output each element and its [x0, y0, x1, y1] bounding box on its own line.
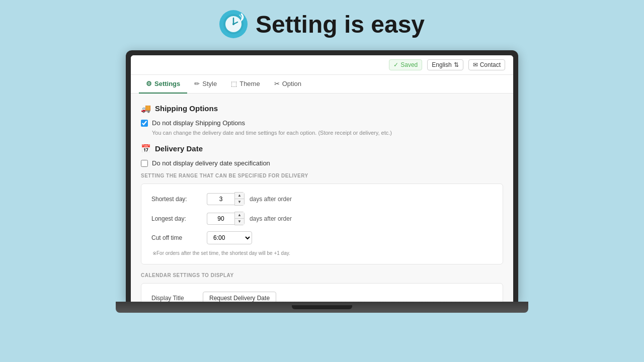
longest-day-row: Longest day: ▲ ▼ days after order: [151, 212, 493, 225]
app-ui: ✓ Saved English ⇅ ✉ Contact ⚙: [131, 55, 513, 302]
tabs-nav: ⚙ Settings ✏ Style ⬚ Theme ✂ Option: [131, 75, 513, 94]
shortest-day-suffix: days after order: [250, 196, 292, 203]
laptop-screen: ✓ Saved English ⇅ ✉ Contact ⚙: [126, 50, 518, 302]
longest-day-spinner: ▲ ▼: [234, 212, 245, 225]
shortest-day-label: Shortest day:: [151, 196, 202, 203]
tab-option-label: Option: [282, 80, 301, 87]
delivery-settings-card: Shortest day: ▲ ▼ days after order: [141, 184, 503, 264]
longest-day-input-wrap: ▲ ▼: [207, 212, 245, 225]
delivery-checkbox-row: Do not display delivery date specificati…: [141, 159, 503, 167]
option-icon: ✂: [274, 80, 280, 87]
calendar-section-label: CALENDAR SETTINGS TO DISPLAY: [141, 273, 503, 278]
longest-day-label: Longest day:: [151, 215, 202, 222]
envelope-icon: ✉: [473, 61, 478, 68]
tab-theme-label: Theme: [239, 80, 260, 87]
saved-label: Saved: [400, 61, 418, 68]
laptop-hinge: [292, 305, 352, 309]
shipping-header: 🚚 Shipping Options: [141, 104, 503, 113]
content-area: 🚚 Shipping Options Do not display Shippi…: [131, 94, 513, 302]
tab-theme[interactable]: ⬚ Theme: [224, 75, 267, 94]
theme-icon: ⬚: [231, 80, 237, 87]
shipping-section: 🚚 Shipping Options Do not display Shippi…: [141, 104, 503, 136]
tab-settings-label: Settings: [154, 80, 180, 87]
delivery-date-section: 📅 Delivery Date Do not display delivery …: [141, 144, 503, 264]
delivery-title: Delivery Date: [155, 144, 203, 153]
calendar-icon: 📅: [141, 144, 151, 153]
app-screen: ✓ Saved English ⇅ ✉ Contact ⚙: [131, 55, 513, 302]
delivery-date-checkbox[interactable]: [141, 160, 148, 167]
shipping-checkbox-row: Do not display Shipping Options: [141, 119, 503, 127]
shipping-checkbox[interactable]: [141, 120, 148, 127]
longest-day-input[interactable]: [207, 213, 234, 225]
range-label: SETTING THE RANGE THAT CAN BE SPECIFIED …: [141, 173, 503, 178]
laptop-container: ✓ Saved English ⇅ ✉ Contact ⚙: [126, 50, 518, 313]
shortest-day-up-btn[interactable]: ▲: [235, 193, 244, 199]
hero-title: Setting is easy: [256, 11, 425, 38]
language-selector[interactable]: English ⇅: [427, 59, 463, 70]
longest-day-up-btn[interactable]: ▲: [235, 212, 244, 219]
tab-style-label: Style: [202, 80, 217, 87]
saved-badge: ✓ Saved: [389, 59, 422, 70]
longest-day-down-btn[interactable]: ▼: [235, 219, 244, 225]
delivery-checkbox-label: Do not display delivery date specificati…: [152, 159, 270, 167]
display-title-value: Request Delivery Date: [203, 292, 276, 302]
tab-option[interactable]: ✂ Option: [267, 75, 308, 94]
delivery-header: 📅 Delivery Date: [141, 144, 503, 153]
top-bar: ✓ Saved English ⇅ ✉ Contact: [131, 55, 513, 75]
shipping-checkbox-label: Do not display Shipping Options: [152, 119, 245, 127]
display-title-row: Display Title Request Delivery Date: [151, 292, 493, 302]
hero-section: Setting is easy: [219, 10, 425, 38]
cutoff-label: Cut off time: [151, 234, 202, 241]
svg-point-5: [232, 23, 234, 25]
check-icon: ✓: [393, 61, 398, 68]
contact-label: Contact: [480, 61, 501, 68]
shortest-day-row: Shortest day: ▲ ▼ days after order: [151, 192, 493, 206]
display-title-label: Display Title: [151, 295, 197, 302]
cutoff-note: ※For orders after the set time, the shor…: [151, 250, 493, 256]
longest-day-suffix: days after order: [250, 215, 292, 222]
settings-gear-icon: ⚙: [146, 80, 152, 87]
tab-settings[interactable]: ⚙ Settings: [139, 75, 187, 94]
contact-button[interactable]: ✉ Contact: [468, 59, 505, 70]
shipping-hint: You can change the delivery date and tim…: [152, 130, 503, 136]
pencil-icon: ✏: [194, 80, 200, 87]
shipping-title: Shipping Options: [155, 104, 218, 113]
calendar-section: CALENDAR SETTINGS TO DISPLAY Display Tit…: [141, 273, 503, 302]
cutoff-row: Cut off time 6:00 7:00 8:00 9:00 10:00 1…: [151, 231, 493, 244]
app-icon: [219, 10, 248, 38]
laptop-base: [116, 302, 528, 313]
shortest-day-input-wrap: ▲ ▼: [207, 192, 245, 206]
calendar-settings-card: Display Title Request Delivery Date: [141, 283, 503, 302]
shortest-day-down-btn[interactable]: ▼: [235, 199, 244, 205]
truck-icon: 🚚: [141, 104, 151, 113]
chevron-icon: ⇅: [454, 61, 459, 68]
shortest-day-spinner: ▲ ▼: [234, 192, 245, 206]
cutoff-select[interactable]: 6:00 7:00 8:00 9:00 10:00 12:00: [207, 231, 252, 244]
language-label: English: [432, 61, 451, 68]
tab-style[interactable]: ✏ Style: [187, 75, 224, 94]
shortest-day-input[interactable]: [207, 193, 234, 205]
